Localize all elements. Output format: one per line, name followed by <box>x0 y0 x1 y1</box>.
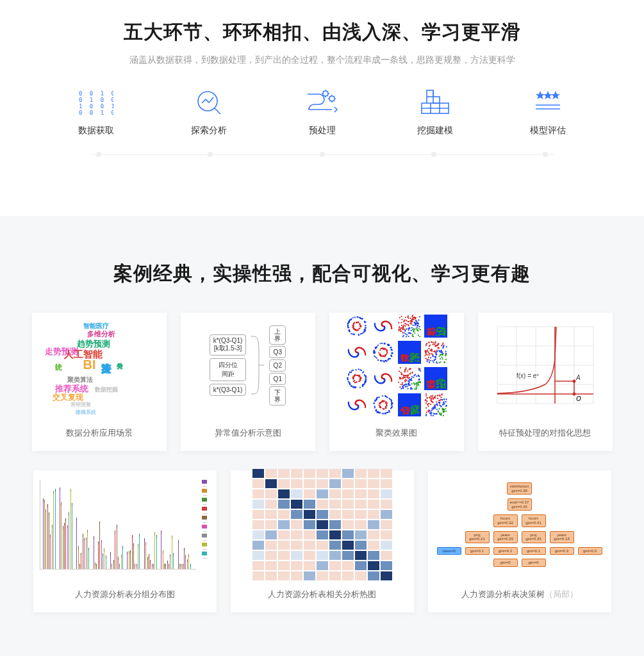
cluster-figure <box>329 313 464 418</box>
math-point-a: A <box>575 374 581 381</box>
svg-point-271 <box>420 329 421 330</box>
decision-tree-figure: satisfactiongini=0.38 eval<=0.57gini=0.4… <box>428 470 611 579</box>
svg-point-314 <box>415 320 417 321</box>
svg-point-1350 <box>436 382 438 383</box>
svg-point-627 <box>384 343 386 344</box>
svg-point-366 <box>398 329 399 330</box>
svg-point-778 <box>413 355 415 356</box>
svg-point-61 <box>352 333 354 334</box>
svg-point-848 <box>427 349 428 350</box>
svg-point-1672 <box>416 410 417 411</box>
section1-subtitle: 涵盖从数据获得，到数据处理，到产出的全过程，整个流程串成一条线，思路更规整，方法… <box>0 54 644 66</box>
svg-point-776 <box>412 352 413 354</box>
svg-point-1215 <box>402 386 404 387</box>
svg-point-643 <box>391 349 392 350</box>
svg-line-5 <box>215 108 220 114</box>
svg-point-978 <box>351 371 352 372</box>
svg-point-831 <box>434 343 435 345</box>
svg-point-257 <box>391 327 392 329</box>
svg-point-908 <box>445 354 447 355</box>
svg-point-1258 <box>406 386 408 387</box>
svg-point-782 <box>413 352 415 354</box>
svg-point-979 <box>349 382 350 384</box>
svg-point-405 <box>427 331 428 332</box>
q-right-box: Q2 <box>269 359 286 372</box>
svg-point-692 <box>382 347 383 348</box>
svg-point-972 <box>361 370 362 371</box>
svg-point-1245 <box>402 374 404 375</box>
svg-point-357 <box>408 320 409 322</box>
svg-point-1527 <box>376 409 377 411</box>
svg-point-964 <box>359 386 361 388</box>
svg-point-340 <box>400 327 402 328</box>
svg-point-345 <box>406 320 407 321</box>
svg-point-318 <box>406 328 407 329</box>
svg-point-461 <box>441 327 442 329</box>
svg-line-23 <box>329 101 330 101</box>
svg-text:0 0 1 0 1: 0 0 1 0 1 <box>79 110 113 115</box>
svg-point-1538 <box>378 411 379 413</box>
svg-point-1770 <box>442 404 443 405</box>
svg-point-640 <box>383 360 384 361</box>
svg-point-90 <box>363 331 365 332</box>
svg-point-375 <box>400 330 401 331</box>
step-preprocess: 预处理 <box>284 89 361 136</box>
svg-point-786 <box>411 358 413 359</box>
svg-point-969 <box>364 375 365 376</box>
svg-point-465 <box>443 331 444 332</box>
svg-point-695 <box>379 354 380 356</box>
svg-point-1175 <box>400 367 401 368</box>
q-text: 四分位 <box>213 361 243 370</box>
svg-point-748 <box>400 357 402 358</box>
card-caption: 特征预处理的对指化思想 <box>494 418 596 451</box>
svg-point-353 <box>411 329 412 331</box>
svg-point-77 <box>349 329 350 331</box>
svg-point-1484 <box>381 413 383 414</box>
svg-point-779 <box>417 357 418 358</box>
step-label: 模型评估 <box>530 125 566 136</box>
svg-point-1719 <box>425 393 427 394</box>
svg-point-1240 <box>402 377 404 378</box>
svg-point-341 <box>418 328 420 329</box>
svg-point-300 <box>408 315 409 316</box>
svg-point-1529 <box>389 411 390 413</box>
svg-point-89 <box>349 331 351 332</box>
svg-point-298 <box>408 329 409 331</box>
svg-point-1280 <box>427 382 428 383</box>
svg-point-977 <box>363 383 365 384</box>
wc-word: BI <box>83 357 96 372</box>
svg-point-1674 <box>413 407 415 408</box>
svg-point-1745 <box>431 409 433 411</box>
svg-point-1008 <box>356 374 358 375</box>
svg-point-742 <box>403 355 404 356</box>
svg-point-1617 <box>404 413 406 414</box>
heatmap-figure <box>231 470 414 579</box>
svg-point-952 <box>351 370 352 371</box>
svg-point-683 <box>379 349 381 350</box>
svg-point-1728 <box>425 413 427 414</box>
svg-point-1778 <box>439 402 440 404</box>
svg-point-1710 <box>441 397 442 398</box>
svg-point-1234 <box>409 384 411 386</box>
svg-point-310 <box>408 325 409 326</box>
svg-point-897 <box>441 345 442 346</box>
svg-point-370 <box>404 329 406 331</box>
wc-word: 建模系统 <box>76 409 96 416</box>
svg-point-1579 <box>381 400 383 402</box>
svg-point-1244 <box>406 367 407 368</box>
svg-point-1623 <box>408 411 409 412</box>
svg-point-604 <box>381 342 383 343</box>
svg-point-1275 <box>427 385 429 386</box>
svg-point-860 <box>424 355 425 356</box>
svg-point-361 <box>411 323 412 324</box>
svg-point-476 <box>445 331 446 332</box>
svg-point-1613 <box>403 412 404 413</box>
svg-point-900 <box>436 349 438 350</box>
svg-point-403 <box>433 329 434 331</box>
svg-point-1192 <box>411 383 413 384</box>
svg-point-874 <box>427 350 428 352</box>
svg-point-1339 <box>441 384 442 386</box>
svg-point-1299 <box>433 386 434 388</box>
svg-point-850 <box>446 346 447 347</box>
svg-point-747 <box>407 356 408 357</box>
